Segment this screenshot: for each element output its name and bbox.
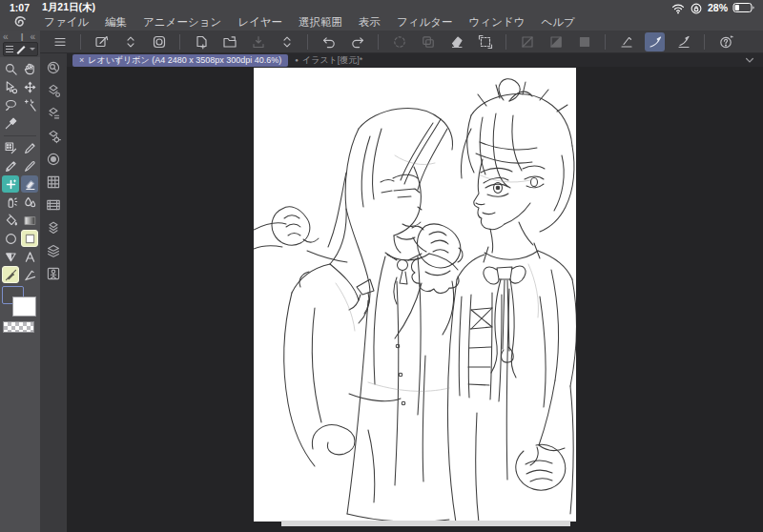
lasso-tool[interactable] bbox=[2, 96, 19, 113]
object-tool[interactable] bbox=[2, 78, 19, 95]
save-file-button bbox=[248, 32, 268, 51]
tab-bar: × レオいずリボン (A4 2480 x 3508px 300dpi 40.6%… bbox=[67, 53, 763, 67]
fill-selection-button bbox=[574, 32, 594, 51]
palette-dock bbox=[40, 53, 67, 532]
figure-rect-tool[interactable] bbox=[21, 230, 38, 247]
menu-item-3[interactable]: レイヤー bbox=[237, 15, 282, 30]
top-bar: 1:07 1月21日(木) 28% ファイル編集アニメーションレイヤー選択範囲表… bbox=[0, 0, 763, 31]
quick-access-palette-button[interactable] bbox=[45, 59, 62, 75]
move-tool[interactable] bbox=[21, 78, 38, 95]
airbrush-tool[interactable] bbox=[2, 194, 19, 211]
layer-palette-button[interactable] bbox=[45, 242, 62, 258]
transparent-color-swatch[interactable] bbox=[3, 321, 34, 333]
command-separator bbox=[704, 34, 705, 50]
invert-selection-button bbox=[546, 32, 566, 51]
edit-canvas-button[interactable] bbox=[92, 32, 112, 51]
correction-pen-tool[interactable] bbox=[2, 266, 19, 283]
sub-tool-palette-button[interactable] bbox=[45, 82, 62, 98]
deselect-button bbox=[517, 32, 537, 51]
battery-percent: 28% bbox=[708, 2, 728, 13]
pose-palette-button[interactable] bbox=[45, 265, 62, 281]
menu-item-1[interactable]: 編集 bbox=[105, 15, 127, 30]
wand-tool[interactable] bbox=[21, 96, 38, 113]
tab-list-chevron-icon[interactable] bbox=[744, 54, 755, 66]
command-separator bbox=[307, 34, 308, 50]
processing-button bbox=[389, 32, 409, 51]
pencil-tool[interactable] bbox=[2, 157, 19, 174]
command-bar bbox=[40, 31, 763, 53]
canvas-bottom-edge[interactable] bbox=[281, 521, 570, 526]
menu-bar: ファイル編集アニメーションレイヤー選択範囲表示フィルターウィンドウヘルプ bbox=[0, 14, 763, 31]
command-separator bbox=[505, 34, 506, 50]
canvas-document[interactable] bbox=[254, 68, 576, 522]
tool-property-palette-button[interactable] bbox=[45, 105, 62, 121]
transform-button[interactable] bbox=[475, 32, 495, 51]
brush-settings-palette-button[interactable] bbox=[45, 128, 62, 144]
brush-size-palette-button[interactable] bbox=[45, 151, 62, 167]
menu-item-0[interactable]: ファイル bbox=[44, 15, 89, 30]
eraser-tool[interactable] bbox=[21, 175, 38, 193]
material-palette-button[interactable] bbox=[45, 219, 62, 235]
ruler-tool[interactable] bbox=[21, 266, 38, 283]
tab-unsaved-dot: ● bbox=[295, 57, 299, 63]
collapse-right-chevron[interactable]: « bbox=[27, 31, 38, 42]
help-button[interactable] bbox=[715, 32, 735, 51]
status-time: 1:07 bbox=[10, 2, 30, 13]
file-updown-button[interactable] bbox=[277, 32, 297, 51]
palette-grip[interactable]: ❙ bbox=[19, 32, 26, 41]
tab-inactive-document[interactable]: ● イラスト[復元]* bbox=[288, 54, 369, 67]
collapse-left-chevron[interactable]: « bbox=[0, 31, 11, 42]
duplicate-layer-button bbox=[418, 32, 438, 51]
tonepen-tool[interactable] bbox=[2, 139, 19, 156]
tab-inactive-label: イラスト[復元]* bbox=[302, 54, 362, 67]
tool-palette bbox=[0, 57, 40, 532]
dropper-tool[interactable] bbox=[2, 114, 19, 132]
menu-item-5[interactable]: 表示 bbox=[359, 15, 381, 30]
tool-separator bbox=[0, 133, 40, 139]
snap-guide-button[interactable] bbox=[673, 32, 693, 51]
menu-item-4[interactable]: 選択範囲 bbox=[299, 15, 342, 30]
snap-ruler-button[interactable] bbox=[616, 32, 636, 51]
clear-button[interactable] bbox=[446, 32, 466, 51]
pen-tool[interactable] bbox=[21, 139, 38, 156]
blend-tool[interactable] bbox=[21, 194, 38, 211]
sub-color-swatch[interactable] bbox=[12, 297, 36, 317]
open-file-button[interactable] bbox=[219, 32, 239, 51]
menu-item-8[interactable]: ヘルプ bbox=[541, 15, 574, 30]
new-document-button[interactable] bbox=[191, 32, 211, 51]
undo-button[interactable] bbox=[319, 32, 339, 51]
polyline-tool[interactable] bbox=[2, 248, 19, 265]
bucket-tool[interactable] bbox=[2, 212, 19, 229]
sketch-drawing bbox=[254, 68, 576, 522]
timeline-palette-button[interactable] bbox=[45, 196, 62, 213]
gradient-tool[interactable] bbox=[21, 212, 38, 229]
tab-close-icon[interactable]: × bbox=[79, 55, 84, 65]
color-set-palette-button[interactable] bbox=[45, 174, 62, 190]
current-tool-display[interactable] bbox=[3, 42, 38, 56]
hand-tool[interactable] bbox=[21, 60, 38, 77]
command-separator bbox=[605, 34, 606, 50]
status-date: 1月21日(木) bbox=[42, 1, 95, 14]
tab-active-label: レオいずリボン (A4 2480 x 3508px 300dpi 40.6%) bbox=[88, 54, 281, 67]
ellipse-tool[interactable] bbox=[2, 230, 19, 247]
orientation-lock-icon bbox=[690, 2, 703, 13]
deco-plus-tool[interactable] bbox=[2, 175, 19, 193]
palette-menu-button[interactable] bbox=[50, 32, 70, 51]
companion-device-button[interactable] bbox=[149, 32, 169, 51]
snap-special-button[interactable] bbox=[645, 32, 665, 51]
menu-item-7[interactable]: ウィンドウ bbox=[469, 15, 526, 30]
palette-menu-icon bbox=[6, 45, 13, 53]
tab-active-document[interactable]: × レオいずリボン (A4 2480 x 3508px 300dpi 40.6%… bbox=[72, 54, 288, 67]
wifi-icon bbox=[671, 2, 685, 13]
size-updown-button[interactable] bbox=[120, 32, 140, 51]
menu-item-2[interactable]: アニメーション bbox=[143, 15, 221, 30]
redo-button[interactable] bbox=[347, 32, 367, 51]
menu-item-6[interactable]: フィルター bbox=[397, 15, 453, 30]
brush-tool[interactable] bbox=[21, 157, 38, 174]
command-separator bbox=[179, 34, 180, 50]
clip-studio-logo-icon[interactable] bbox=[11, 15, 28, 30]
status-bar: 1:07 1月21日(木) 28% bbox=[0, 0, 763, 15]
battery-icon bbox=[732, 2, 755, 13]
zoom-tool[interactable] bbox=[2, 60, 19, 77]
text-tool[interactable] bbox=[21, 248, 38, 265]
